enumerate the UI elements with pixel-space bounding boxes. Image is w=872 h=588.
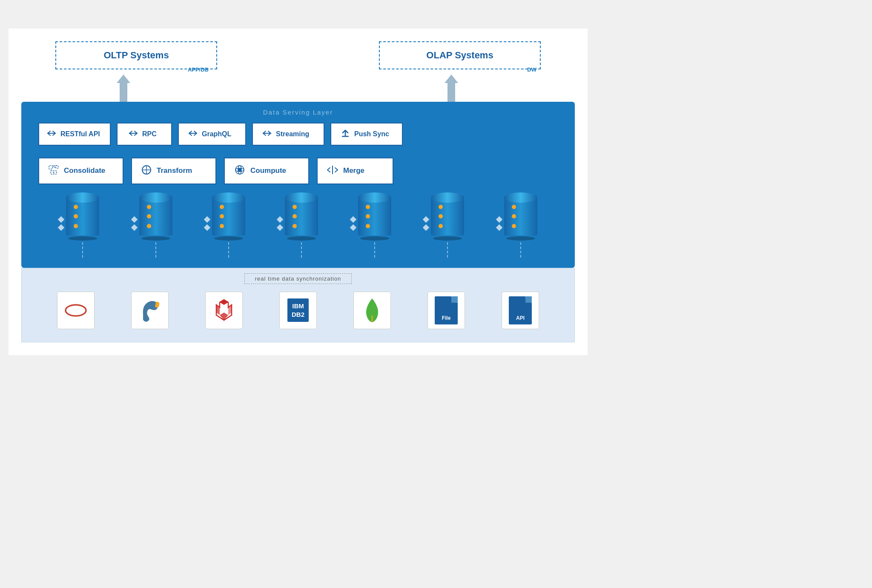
- source-mongodb: [353, 292, 391, 329]
- compute-label: Coumpute: [250, 166, 286, 175]
- source-mssql: [205, 292, 243, 329]
- appdb-label: APP/DB: [188, 66, 209, 73]
- svg-rect-0: [342, 136, 349, 137]
- graphql-label: GraphQL: [202, 130, 231, 138]
- db-item-4: [278, 198, 318, 258]
- db-cylinders-row: [38, 198, 558, 258]
- consolidate-label: Consolidate: [64, 166, 105, 175]
- source-file: File: [427, 292, 465, 329]
- olap-label: OLAP Systems: [426, 50, 493, 60]
- source-api: API: [502, 292, 539, 329]
- file-document-icon: File: [435, 296, 458, 324]
- mongodb-leaf-icon: [364, 298, 380, 323]
- consolidate-icon: [49, 165, 59, 177]
- olap-arrow: [445, 75, 458, 102]
- streaming-button[interactable]: Streaming: [252, 123, 324, 146]
- compute-button[interactable]: Coumpute: [224, 158, 309, 184]
- svg-point-9: [238, 168, 241, 172]
- db2-text-icon: IBMDB2: [287, 298, 309, 322]
- streaming-label: Streaming: [276, 130, 309, 138]
- mssql-icon: [213, 298, 235, 323]
- svg-point-14: [66, 305, 86, 316]
- db-item-2: [132, 198, 172, 258]
- rpc-icon: [129, 129, 138, 139]
- rpc-button[interactable]: RPC: [117, 123, 172, 146]
- source-oracle: [57, 292, 95, 329]
- transform-button[interactable]: Transform: [131, 158, 216, 184]
- transform-icon: [141, 165, 152, 177]
- compute-icon: [234, 164, 245, 178]
- db-item-6: [424, 198, 464, 258]
- source-icons-row: IBMDB2 File: [39, 292, 557, 329]
- graphql-button[interactable]: GraphQL: [178, 123, 246, 146]
- svg-point-5: [53, 172, 54, 173]
- oltp-label: OLTP Systems: [103, 50, 169, 60]
- mysql-dolphin-icon: [139, 298, 161, 323]
- svg-rect-3: [56, 166, 58, 168]
- merge-label: Merge: [343, 166, 364, 175]
- olap-box: OLAP Systems: [379, 41, 541, 69]
- streaming-icon: [262, 129, 272, 139]
- db-item-5: [351, 198, 391, 258]
- push-sync-label: Push Sync: [354, 130, 389, 138]
- data-serving-layer: Data Serving Layer RESTful API: [21, 102, 575, 268]
- db-item-1: [59, 198, 99, 258]
- db-item-7: [497, 198, 537, 258]
- consolidate-button[interactable]: Consolidate: [38, 158, 123, 184]
- restful-icon: [47, 129, 56, 139]
- serving-layer-title: Data Serving Layer: [38, 109, 558, 116]
- restful-label: RESTful API: [60, 130, 100, 138]
- dw-label: DW: [527, 66, 536, 73]
- ops-buttons-row: Consolidate Transform: [38, 158, 558, 184]
- sync-label: real time data synchronization: [244, 273, 352, 284]
- source-mysql: [131, 292, 169, 329]
- svg-rect-1: [49, 166, 52, 169]
- db-item-3: [205, 198, 245, 258]
- push-sync-button[interactable]: Push Sync: [330, 123, 403, 146]
- bottom-section: real time data synchronization: [21, 268, 575, 342]
- merge-button[interactable]: Merge: [317, 158, 393, 184]
- source-db2: IBMDB2: [279, 292, 317, 329]
- api-document-icon: API: [509, 296, 532, 324]
- restful-api-button[interactable]: RESTful API: [38, 123, 111, 146]
- oltp-box: OLTP Systems: [55, 41, 217, 69]
- api-buttons-row: RESTful API RPC GraphQ: [38, 123, 558, 146]
- push-sync-icon: [341, 129, 350, 139]
- merge-icon: [327, 165, 338, 177]
- transform-label: Transform: [157, 166, 192, 175]
- svg-rect-2: [53, 166, 55, 167]
- graphql-icon: [188, 129, 198, 139]
- oracle-logo-icon: [65, 304, 87, 317]
- oltp-arrow: [117, 75, 130, 102]
- rpc-label: RPC: [142, 130, 157, 138]
